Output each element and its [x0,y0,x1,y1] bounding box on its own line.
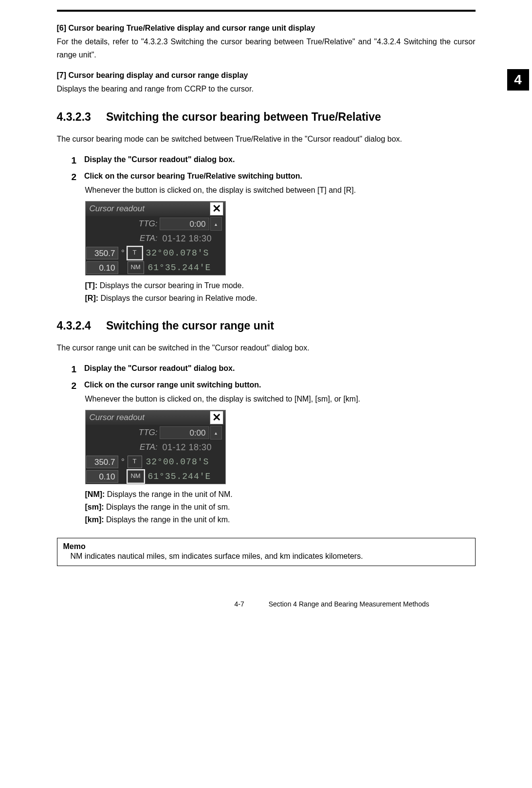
ttg-value[interactable]: 0:00 [160,218,209,230]
step-2: 2 Click on the cursor range unit switchi… [72,381,476,526]
true-relative-button[interactable]: T [128,456,142,468]
item7-text: Displays the bearing and range from CCRP… [57,82,476,95]
step-body: Whenever the button is clicked on, the d… [85,184,476,197]
page-number: 4-7 [235,600,244,608]
latitude-value: 32°00.078'S [143,457,209,467]
def-nm: [NM]: Displays the range in the unit of … [85,488,476,501]
def-sm: [sm]: Displays the range in the unit of … [85,501,476,513]
cursor-readout-screenshot: Cursor readout ✕ TTG: 0:00 ▴ [85,201,476,275]
step-2: 2 Click on the cursor bearing True/Relat… [72,172,476,305]
memo-title: Memo [63,542,469,551]
range-value: 0.10 [86,261,118,274]
step-title: Click on the cursor range unit switching… [84,381,261,389]
top-rule [57,10,476,12]
ttg-label: TTG: [86,428,160,438]
section-footer-label: Section 4 Range and Bearing Measurement … [269,600,429,608]
dialog-title: Cursor readout [90,204,210,214]
dialog-titlebar: Cursor readout ✕ [86,410,225,425]
ttg-value[interactable]: 0:00 [160,426,209,439]
eta-value: 01-12 18:30 [160,234,212,244]
step-title: Display the "Cursor readout" dialog box. [84,155,235,164]
bearing-value: 350.7 [86,247,118,259]
def-km: [km]: Displays the range in the unit of … [85,513,476,526]
section-4324-heading: 4.3.2.4 Switching the cursor range unit [57,319,476,332]
ttg-spin-button[interactable]: ▴ [210,426,222,440]
eta-label: ETA: [86,442,160,452]
true-relative-button[interactable]: T [128,247,142,259]
step-number: 2 [72,172,82,183]
step-number: 1 [72,364,82,375]
eta-value: 01-12 18:30 [160,442,212,453]
step-title: Click on the cursor bearing True/Relativ… [84,172,302,180]
item7-heading: [7] Cursor bearing display and cursor ra… [57,71,476,80]
dialog-titlebar: Cursor readout ✕ [86,202,225,216]
degree-symbol: ° [119,248,128,258]
caret-up-icon: ▴ [215,221,217,227]
caret-up-icon: ▴ [215,430,217,436]
step-1: 1 Display the "Cursor readout" dialog bo… [72,155,476,166]
range-unit-button[interactable]: NM [128,470,144,483]
close-button[interactable]: ✕ [210,411,223,424]
page-footer: 4-7 Section 4 Range and Bearing Measurem… [57,600,476,608]
ttg-spin-button[interactable]: ▴ [210,217,222,231]
bearing-value: 350.7 [86,456,118,468]
step-1: 1 Display the "Cursor readout" dialog bo… [72,364,476,375]
step-title: Display the "Cursor readout" dialog box. [84,364,235,372]
section-4323-lead: The cursor bearing mode can be switched … [57,132,476,146]
section-num: 4.3.2.4 [57,319,103,332]
memo-text: NM indicates nautical miles, sm indicate… [71,552,469,561]
close-icon: ✕ [212,202,221,215]
degree-symbol: ° [119,457,128,467]
ttg-label: TTG: [86,219,160,229]
step-number: 1 [72,155,82,166]
section-title: Switching the cursor bearing between Tru… [106,110,381,123]
chapter-tab: 4 [507,69,529,91]
memo-box: Memo NM indicates nautical miles, sm ind… [57,538,476,566]
eta-label: ETA: [86,234,160,243]
def-t: [T]: Displays the cursor bearing in True… [85,279,476,292]
section-4324-lead: The cursor range unit can be switched in… [57,341,476,354]
section-num: 4.3.2.3 [57,110,103,124]
close-button[interactable]: ✕ [210,202,223,216]
dialog-title: Cursor readout [90,413,210,422]
section-title: Switching the cursor range unit [106,319,274,332]
item6-text: For the details, refer to "4.3.2.3 Switc… [57,35,476,61]
cursor-readout-screenshot: Cursor readout ✕ TTG: 0:00 ▴ [85,410,476,484]
close-icon: ✕ [212,411,221,424]
step-body: Whenever the button is clicked on, the d… [85,393,476,405]
step-number: 2 [72,381,82,391]
section-4323-heading: 4.3.2.3 Switching the cursor bearing bet… [57,110,476,124]
latitude-value: 32°00.078'S [143,248,209,258]
range-unit-button[interactable]: NM [128,261,144,274]
longitude-value: 61°35.244'E [145,472,211,481]
cursor-readout-dialog: Cursor readout ✕ TTG: 0:00 ▴ [85,410,226,484]
longitude-value: 61°35.244'E [145,263,211,273]
item6-heading: [6] Cursor bearing True/Relative display… [57,24,476,33]
def-r: [R]: Displays the cursor bearing in Rela… [85,292,476,305]
range-value: 0.10 [86,470,118,483]
cursor-readout-dialog: Cursor readout ✕ TTG: 0:00 ▴ [85,201,226,275]
